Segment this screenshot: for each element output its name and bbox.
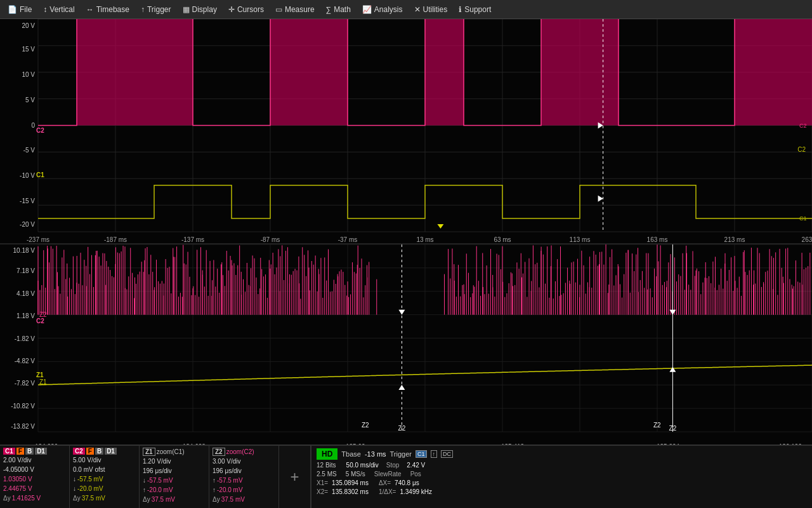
c2-column: C2 F B D1 5.00 V/div 0.0 mV ofst ↓ -57.5…	[70, 446, 140, 508]
z2-v1-row: ↑ -57.5 mV	[213, 476, 275, 485]
x2-label: X2=	[317, 488, 328, 495]
z2-delta-label: Δy	[213, 495, 220, 504]
cursors-icon: ✛	[228, 5, 235, 14]
menu-trigger[interactable]: ↑ Trigger	[136, 4, 176, 15]
menu-timebase[interactable]: ↔ Timebase	[81, 4, 134, 15]
c2-delta: 37.5 mV	[82, 493, 105, 503]
z2-vdiv-row: 3.00 V/div	[213, 457, 275, 466]
pos-label: Pos	[410, 471, 421, 478]
y-label-20v: 20 V	[22, 22, 35, 29]
bottom-waveform-section: 10.18 V 7.18 V 4.18 V 1.18 V -1.82 V -4.…	[0, 244, 812, 444]
c1-v1: 1.03050 V	[3, 474, 32, 484]
hd-row: HD Tbase -13 ms Trigger C1 ↑ DC	[317, 448, 807, 460]
menu-vertical[interactable]: ↕ Vertical	[38, 4, 79, 15]
mem-depth: 2.5 MS	[317, 471, 337, 478]
z1-column: Z1 zoom(C1) 1.20 V/div 196 μs/div ↓ -57.…	[140, 446, 209, 508]
by-label-n1382: -13.82 V	[11, 423, 35, 430]
z2-badge[interactable]: Z2	[213, 448, 225, 456]
menu-display[interactable]: ▦ Display	[178, 4, 222, 15]
c1-b-badge: B	[25, 448, 34, 455]
z2-v1: -57.5 mV	[217, 476, 243, 485]
by-label-n1082: -10.82 V	[11, 402, 35, 409]
c2-badge[interactable]: C2	[73, 448, 85, 455]
menu-bar: 📄 File ↕ Vertical ↔ Timebase ↑ Trigger ▦…	[0, 0, 812, 19]
c2-v1-row: ↓ -57.5 mV	[73, 474, 136, 484]
c2-offset: 0.0 mV ofst	[73, 465, 105, 474]
x1-label: X1=	[317, 479, 328, 486]
inv-dx-label: 1/ΔX=	[379, 488, 396, 495]
trigger-c1-box: C1	[416, 450, 427, 458]
z2-cursor-bottom-label: Z2	[362, 422, 369, 429]
z1-badge[interactable]: Z1	[143, 448, 155, 456]
support-icon: ℹ	[459, 5, 462, 14]
z1-v1: -57.5 mV	[147, 476, 173, 485]
c2-v2-row: ↓ -20.0 mV	[73, 484, 136, 493]
z2-v2: -20.0 mV	[217, 485, 243, 495]
slew-label: SlewRate	[374, 471, 402, 478]
top-waveform-canvas[interactable]	[0, 19, 812, 244]
y-label-n10v: -10 V	[20, 172, 35, 179]
c2-b-badge: B	[95, 448, 103, 455]
menu-cursors[interactable]: ✛ Cursors	[223, 4, 269, 15]
y-label-0v: 0	[31, 121, 35, 128]
dx-val: 740.8 μs	[395, 479, 419, 486]
file-icon: 📄	[8, 5, 17, 14]
bits-val: 12 Bits	[317, 462, 336, 469]
menu-utilities[interactable]: ✕ Utilities	[409, 4, 453, 15]
ch-c1-label-top: C1	[36, 171, 44, 178]
trigger-dc-box: ↑	[431, 450, 438, 458]
y-label-15v: 15 V	[22, 45, 35, 52]
c1-vdiv: 2.00 V/div	[3, 455, 31, 465]
c1-column: C1 F B D1 2.00 V/div -4.05000 V 1.03050 …	[0, 446, 70, 508]
c1-v1-row: 1.03050 V	[3, 474, 66, 484]
z1-zoom-label: zoom(C1)	[157, 448, 185, 455]
y-label-10v: 10 V	[22, 70, 35, 77]
c2-arrow1: ↓	[73, 474, 76, 484]
c1-delta-row: Δy 1.41625 V	[3, 493, 66, 503]
y-label-5v: 5 V	[25, 96, 35, 103]
mem-row: 2.5 MS 5 MS/s SlewRate Pos	[317, 471, 807, 478]
menu-measure[interactable]: ▭ Measure	[270, 4, 320, 15]
c2-d1-badge: D1	[105, 448, 117, 455]
status-panel: HD Tbase -13 ms Trigger C1 ↑ DC 12 Bits …	[311, 446, 812, 508]
z2-delta: 37.5 mV	[221, 495, 245, 504]
menu-analysis[interactable]: 📈 Analysis	[357, 4, 408, 15]
menu-file[interactable]: 📄 File	[3, 4, 37, 15]
c2-v2: -20.0 mV	[77, 484, 103, 493]
bx-label-5: 136.196 ms	[779, 443, 812, 444]
menu-math[interactable]: ∑ Math	[321, 4, 356, 15]
c1-delta-label: Δy	[3, 493, 11, 503]
bx-label-3: 135.412 ms	[501, 443, 534, 444]
trigger-dc-box2: DC	[441, 450, 453, 458]
x2-row: X2= 135.8302 ms 1/ΔX= 1.3499 kHz	[317, 488, 807, 495]
z2-arrow2: ↑	[213, 485, 216, 495]
y-label-n15v: -15 V	[20, 197, 35, 204]
z1-tdiv: 196 μs/div	[143, 466, 172, 476]
z1-delta: 37.5 mV	[152, 495, 175, 504]
c2-offset-row: 0.0 mV ofst	[73, 465, 136, 474]
c2-title-row: C2 F B D1	[73, 448, 136, 455]
by-label-718: 7.18 V	[16, 267, 35, 274]
sample-rate: 50.0 ms/div	[346, 462, 379, 469]
z2-arrow1: ↑	[213, 476, 216, 485]
z2-title-row: Z2 zoom(C2)	[213, 448, 275, 456]
bottom-y-axis: 10.18 V 7.18 V 4.18 V 1.18 V -1.82 V -4.…	[1, 244, 36, 432]
trigger-icon: ↑	[141, 5, 145, 14]
z1-v1-row: ↓ -57.5 mV	[143, 476, 206, 485]
analysis-icon: 📈	[362, 5, 372, 14]
add-channel-button[interactable]: +	[279, 446, 311, 508]
bx-label-4: 135.804 ms	[657, 443, 690, 444]
c1-vdiv-row: 2.00 V/div	[3, 455, 66, 465]
utilities-icon: ✕	[414, 5, 421, 14]
bx-label-0: 134.236 ms	[35, 443, 68, 444]
z1-vdiv-row: 1.20 V/div	[143, 457, 206, 466]
bx-label-1: 134.628 ms	[183, 443, 216, 444]
y-label-n20v: -20 V	[20, 221, 35, 228]
c1-badge[interactable]: C1	[3, 448, 15, 455]
ch-z1-label-bottom: Z1	[36, 371, 44, 378]
dx-label: ΔX=	[379, 479, 391, 486]
stop-label: Stop	[386, 462, 400, 469]
bottom-waveform-canvas[interactable]	[0, 244, 812, 444]
z2-vdiv: 3.00 V/div	[213, 457, 240, 466]
menu-support[interactable]: ℹ Support	[454, 4, 496, 15]
